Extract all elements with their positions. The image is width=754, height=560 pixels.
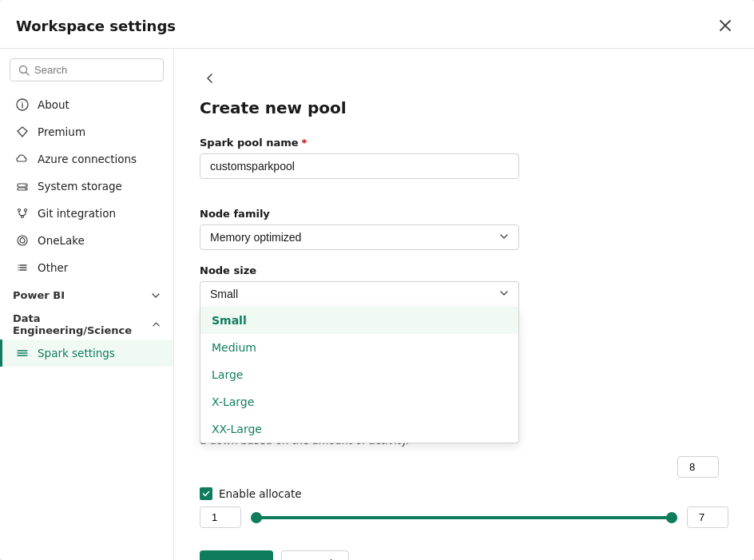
node-size-dropdown[interactable]: Small xyxy=(200,281,519,307)
slider-min-input[interactable] xyxy=(200,506,241,528)
slider-max-input[interactable] xyxy=(687,506,728,528)
search-input[interactable] xyxy=(34,64,155,76)
sidebar-item-system-storage[interactable]: System storage xyxy=(0,173,173,200)
info-icon xyxy=(15,97,30,112)
form-actions: Create Cancel xyxy=(200,550,728,560)
node-size-option-medium[interactable]: Medium xyxy=(200,334,518,361)
search-icon xyxy=(18,65,30,76)
node-size-option-xlarge[interactable]: X-Large xyxy=(200,388,518,415)
close-button[interactable] xyxy=(712,13,738,38)
svg-point-2 xyxy=(22,101,22,102)
section-label-data-engineering: Data Engineering/Science xyxy=(13,312,152,336)
node-family-dropdown-wrapper: Memory optimized xyxy=(200,224,519,250)
node-size-value: Small xyxy=(210,288,238,300)
main-content: Create new pool Spark pool name * Node f… xyxy=(174,49,754,560)
close-icon xyxy=(720,20,731,31)
cancel-button[interactable]: Cancel xyxy=(281,550,350,560)
sidebar-item-git[interactable]: Git integration xyxy=(0,200,173,227)
node-family-chevron-icon xyxy=(499,232,509,244)
max-nodes-input-area xyxy=(200,456,728,478)
sidebar: About Premium Azure connections xyxy=(0,49,174,560)
svg-point-16 xyxy=(18,267,18,268)
node-family-value: Memory optimized xyxy=(210,231,301,244)
enable-allocate-label: Enable allocate xyxy=(219,487,302,500)
sidebar-item-spark-settings[interactable]: Spark settings xyxy=(0,340,173,367)
storage-icon xyxy=(15,179,30,193)
sidebar-item-label-about: About xyxy=(38,98,69,111)
required-indicator: * xyxy=(302,137,308,149)
sidebar-item-label-spark: Spark settings xyxy=(38,347,115,359)
pool-name-input[interactable] xyxy=(200,153,519,179)
chevron-up-icon xyxy=(152,320,161,329)
svg-marker-3 xyxy=(18,127,27,137)
node-size-group: Node size Small Small Medium Large xyxy=(200,264,728,307)
dialog-title: Workspace settings xyxy=(16,18,176,34)
node-family-label: Node family xyxy=(200,208,728,220)
create-button[interactable]: Create xyxy=(200,550,273,560)
svg-point-17 xyxy=(18,269,18,270)
section-label-powerbi: Power BI xyxy=(13,289,65,301)
sidebar-item-label-onelake: OneLake xyxy=(38,234,85,247)
node-size-label: Node size xyxy=(200,264,728,276)
slider-track[interactable] xyxy=(251,516,677,519)
pool-name-group: Spark pool name * xyxy=(200,137,728,193)
svg-point-7 xyxy=(25,189,26,190)
node-size-dropdown-wrapper: Small Small Medium Large X-Large XX-Larg… xyxy=(200,281,519,307)
dialog-body: About Premium Azure connections xyxy=(0,49,754,560)
section-header-powerbi[interactable]: Power BI xyxy=(0,281,173,304)
sidebar-item-label-git: Git integration xyxy=(38,207,116,220)
slider-thumb-right[interactable] xyxy=(666,512,677,523)
node-size-option-large[interactable]: Large xyxy=(200,361,518,388)
checkmark-icon xyxy=(202,490,210,498)
workspace-settings-dialog: Workspace settings xyxy=(0,0,754,560)
list-icon xyxy=(15,260,30,275)
svg-point-15 xyxy=(18,264,18,265)
sidebar-item-about[interactable]: About xyxy=(0,91,173,118)
page-title: Create new pool xyxy=(200,98,728,117)
sidebar-item-other[interactable]: Other xyxy=(0,254,173,281)
sidebar-item-label-storage: System storage xyxy=(38,180,122,193)
chevron-down-icon xyxy=(151,291,161,300)
sidebar-item-label-other: Other xyxy=(38,261,68,274)
max-nodes-input[interactable] xyxy=(677,456,719,478)
sidebar-item-azure-connections[interactable]: Azure connections xyxy=(0,145,173,173)
back-arrow-icon xyxy=(203,71,217,85)
sidebar-item-label-premium: Premium xyxy=(38,125,85,138)
pool-name-label: Spark pool name * xyxy=(200,137,728,149)
enable-allocate-checkbox[interactable] xyxy=(200,487,212,500)
search-box[interactable] xyxy=(10,58,164,81)
sidebar-item-premium[interactable]: Premium xyxy=(0,118,173,145)
enable-allocate-row: Enable allocate xyxy=(200,487,728,500)
node-family-group: Node family Memory optimized xyxy=(200,208,728,250)
back-button[interactable] xyxy=(200,68,220,89)
section-header-data-engineering[interactable]: Data Engineering/Science xyxy=(0,304,173,340)
node-family-dropdown[interactable]: Memory optimized xyxy=(200,224,519,250)
onelake-icon xyxy=(15,233,30,248)
node-size-option-xxlarge[interactable]: XX-Large xyxy=(200,415,518,443)
spark-settings-icon xyxy=(15,346,30,360)
sidebar-item-onelake[interactable]: OneLake xyxy=(0,227,173,254)
node-size-chevron-icon xyxy=(499,288,509,300)
dialog-header: Workspace settings xyxy=(0,0,754,49)
cloud-icon xyxy=(15,152,30,166)
sidebar-item-label-azure: Azure connections xyxy=(38,153,137,165)
slider-row xyxy=(200,506,728,528)
node-size-dropdown-menu: Small Medium Large X-Large XX-Large xyxy=(200,307,519,443)
diamond-icon xyxy=(15,125,30,139)
svg-point-6 xyxy=(25,185,26,186)
node-size-option-small[interactable]: Small xyxy=(200,307,518,334)
slider-thumb-left[interactable] xyxy=(251,512,262,523)
git-icon xyxy=(15,206,30,220)
